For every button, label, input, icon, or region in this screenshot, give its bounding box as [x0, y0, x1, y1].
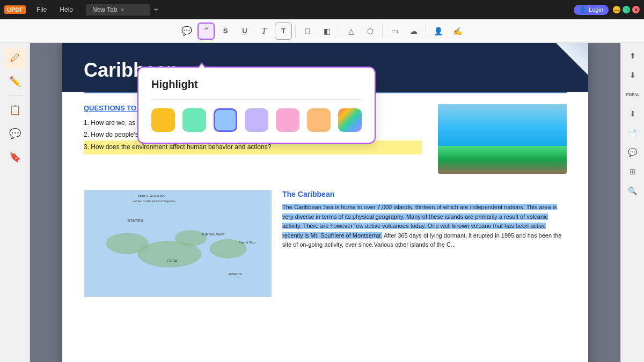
- pencil-button[interactable]: △: [342, 23, 360, 40]
- signature-button[interactable]: ✍: [449, 23, 466, 40]
- main-layout: 🖊 ✏️ 📋 💬 🔖 Highlight: [0, 43, 644, 362]
- caribbean-body: The Caribbean Sea is home to over 7,000 …: [282, 203, 567, 250]
- highlight-popup: Highlight: [137, 67, 376, 144]
- pdf-lower-content: STATES CUBA THE BAHAMAS Scale 1:12,500,0…: [62, 184, 588, 308]
- measure-button[interactable]: ⬡: [362, 23, 379, 40]
- img-water: [438, 104, 567, 150]
- right-sidebar: ⬆ ⬇ PDF/A ⬇ 📄 💬 ⊞ 🔍: [620, 43, 644, 362]
- text-comment-button[interactable]: 💬: [178, 23, 195, 40]
- sidebar-item-highlight[interactable]: 🖊: [4, 47, 26, 69]
- swatch-green[interactable]: [182, 108, 206, 132]
- content-area: Highlight Caribbean: [30, 43, 620, 362]
- tab-title: New Tab: [92, 6, 117, 13]
- sidebar-item-pages[interactable]: 📋: [4, 99, 26, 121]
- svg-text:CUBA: CUBA: [167, 259, 178, 263]
- new-tab[interactable]: New Tab ✕: [86, 4, 150, 16]
- toolbar: 💬 ⌃ S U T T ⎕ ◧ △ ⬡ ▭ ☁ 👤 ✍: [0, 19, 644, 43]
- highlight-popup-separator: [151, 99, 362, 100]
- swatch-orange[interactable]: [307, 108, 331, 132]
- right-btn-convert[interactable]: ⬇: [624, 105, 641, 122]
- rect-button[interactable]: ▭: [386, 23, 403, 40]
- file-menu[interactable]: File: [32, 5, 51, 14]
- login-label: Login: [589, 6, 603, 13]
- textbox-button[interactable]: T: [275, 23, 292, 40]
- toolbar-separator-2: [339, 25, 339, 38]
- toolbar-separator-3: [382, 25, 383, 38]
- shapes-button[interactable]: ◧: [318, 23, 335, 40]
- window-controls: — □ ✕: [613, 6, 640, 13]
- cloud-button[interactable]: ☁: [405, 23, 422, 40]
- tab-close-icon[interactable]: ✕: [120, 7, 125, 13]
- tab-area: New Tab ✕ +: [86, 4, 569, 16]
- highlight-popup-title: Highlight: [151, 78, 362, 91]
- pdf-right-image: [438, 104, 567, 174]
- svg-text:STATES: STATES: [127, 218, 143, 223]
- swatch-purple[interactable]: [245, 108, 268, 132]
- title-controls: 👤 Login — □ ✕: [574, 5, 640, 15]
- text-tool-button[interactable]: T: [255, 23, 273, 40]
- new-tab-button[interactable]: +: [150, 5, 162, 14]
- minimize-button[interactable]: —: [613, 6, 620, 13]
- svg-text:Lambert Conformal Conic Projec: Lambert Conformal Conic Projection: [133, 200, 175, 203]
- right-btn-extract[interactable]: 📄: [624, 124, 641, 142]
- right-btn-search[interactable]: 🔍: [624, 182, 641, 200]
- right-btn-table[interactable]: ⊞: [624, 163, 641, 180]
- sidebar-item-edit[interactable]: ✏️: [4, 71, 26, 92]
- highlight-button[interactable]: ⌃: [197, 23, 215, 40]
- map-inner: STATES CUBA THE BAHAMAS Scale 1:12,500,0…: [84, 190, 271, 297]
- title-bar: UPDF File Help New Tab ✕ + 👤 Login — □ ✕: [0, 0, 644, 19]
- left-sidebar: 🖊 ✏️ 📋 💬 🔖: [0, 43, 30, 362]
- color-swatches: [151, 108, 362, 132]
- stamp-button[interactable]: 👤: [429, 23, 447, 40]
- map-image: STATES CUBA THE BAHAMAS Scale 1:12,500,0…: [84, 190, 272, 297]
- toolbar-separator-4: [426, 25, 426, 38]
- login-button[interactable]: 👤 Login: [574, 5, 609, 15]
- toolbar-separator-1: [295, 25, 296, 38]
- sidebar-item-bookmarks[interactable]: 🔖: [4, 146, 26, 168]
- right-btn-download[interactable]: ⬇: [624, 67, 641, 84]
- swatch-yellow[interactable]: [151, 108, 175, 132]
- svg-text:THE BAHAMAS: THE BAHAMAS: [202, 233, 225, 236]
- underline-button[interactable]: U: [236, 23, 253, 40]
- caribbean-section-title: The Caribbean: [282, 190, 567, 198]
- caribbean-text-section: The Caribbean The Caribbean Sea is home …: [282, 190, 567, 297]
- caribbean-photo-inner: [438, 104, 567, 174]
- callout-button[interactable]: ⎕: [299, 23, 316, 40]
- updf-logo: UPDF: [4, 5, 26, 14]
- swatch-rainbow[interactable]: [338, 108, 362, 132]
- img-land: [438, 146, 567, 174]
- help-menu[interactable]: Help: [55, 5, 77, 14]
- sidebar-sep-1: [7, 95, 23, 96]
- maximize-button[interactable]: □: [623, 6, 630, 13]
- svg-text:Scale 1:12,500,000: Scale 1:12,500,000: [138, 194, 166, 197]
- swatch-pink[interactable]: [276, 108, 299, 132]
- svg-text:JAMAICA: JAMAICA: [228, 272, 242, 276]
- strikethrough-button[interactable]: S: [217, 23, 234, 40]
- svg-text:Puerto Rico: Puerto Rico: [239, 241, 256, 244]
- close-button[interactable]: ✕: [632, 6, 640, 13]
- swatch-blue[interactable]: [214, 108, 237, 132]
- right-btn-upload[interactable]: ⬆: [624, 47, 641, 64]
- right-btn-pdfa[interactable]: PDF/A: [624, 86, 641, 103]
- login-avatar-icon: 👤: [579, 6, 587, 13]
- right-btn-comment[interactable]: 💬: [624, 144, 641, 161]
- sidebar-item-comments[interactable]: 💬: [4, 123, 26, 144]
- caribbean-photo: [438, 104, 567, 174]
